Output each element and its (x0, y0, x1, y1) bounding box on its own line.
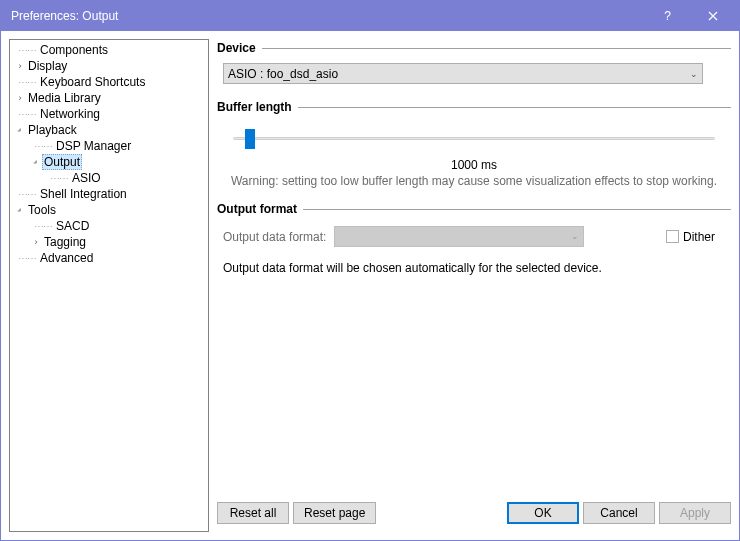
titlebar: Preferences: Output ? (1, 1, 739, 31)
tree-item-media-library[interactable]: ›Media Library (10, 90, 208, 106)
tree-item-shell-integration[interactable]: ⋯⋯Shell Integration (10, 186, 208, 202)
chevron-down-icon: ⌄ (690, 69, 698, 79)
reset-page-button[interactable]: Reset page (293, 502, 376, 524)
tree-item-networking[interactable]: ⋯⋯Networking (10, 106, 208, 122)
dither-label: Dither (683, 230, 715, 244)
output-format-note: Output data format will be chosen automa… (223, 261, 725, 275)
buffer-group-title: Buffer length (217, 100, 731, 114)
output-format-dropdown: ⌄ (334, 226, 584, 247)
tree-item-tagging[interactable]: ›Tagging (10, 234, 208, 250)
close-icon (708, 11, 718, 21)
device-dropdown[interactable]: ASIO : foo_dsd_asio ⌄ (223, 63, 703, 84)
tree-item-playback[interactable]: ›Playback (10, 122, 208, 138)
window-title: Preferences: Output (11, 9, 645, 23)
slider-thumb[interactable] (245, 129, 255, 149)
chevron-right-icon[interactable]: › (14, 92, 26, 104)
chevron-down-icon: ⌄ (571, 231, 579, 241)
help-icon: ? (664, 9, 671, 23)
dialog-footer: Reset all Reset page OK Cancel Apply (217, 496, 731, 532)
tree-item-keyboard[interactable]: ⋯⋯Keyboard Shortcuts (10, 74, 208, 90)
buffer-warning: Warning: setting too low buffer length m… (217, 174, 731, 188)
tree-item-components[interactable]: ⋯⋯Components (10, 42, 208, 58)
tree-item-dsp-manager[interactable]: ⋯⋯DSP Manager (10, 138, 208, 154)
chevron-right-icon[interactable]: › (14, 60, 26, 72)
cancel-button[interactable]: Cancel (583, 502, 655, 524)
ok-button[interactable]: OK (507, 502, 579, 524)
dither-checkbox[interactable] (666, 230, 679, 243)
slider-track (233, 137, 715, 140)
tree-item-advanced[interactable]: ⋯⋯Advanced (10, 250, 208, 266)
device-selected-value: ASIO : foo_dsd_asio (228, 67, 338, 81)
tree-item-asio[interactable]: ⋯⋯ASIO (10, 170, 208, 186)
buffer-slider[interactable] (223, 126, 725, 152)
apply-button[interactable]: Apply (659, 502, 731, 524)
nav-tree[interactable]: ⋯⋯Components ›Display ⋯⋯Keyboard Shortcu… (9, 39, 209, 532)
tree-item-tools[interactable]: ›Tools (10, 202, 208, 218)
tree-item-output[interactable]: ›Output (10, 154, 208, 170)
reset-all-button[interactable]: Reset all (217, 502, 289, 524)
tree-item-display[interactable]: ›Display (10, 58, 208, 74)
chevron-right-icon[interactable]: › (30, 236, 42, 248)
close-button[interactable] (690, 1, 735, 31)
output-format-label: Output data format: (223, 230, 326, 244)
device-group-title: Device (217, 41, 731, 55)
help-button[interactable]: ? (645, 1, 690, 31)
tree-item-sacd[interactable]: ⋯⋯SACD (10, 218, 208, 234)
output-format-group-title: Output format (217, 202, 731, 216)
buffer-value-label: 1000 ms (217, 158, 731, 172)
